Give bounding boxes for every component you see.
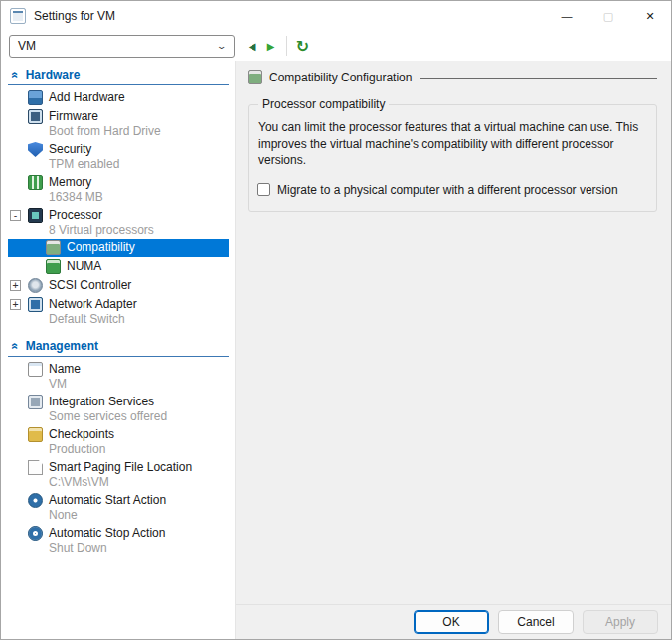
dialog-body: « Hardware Add Hardware Firmware Boot fr…: [1, 61, 671, 639]
processor-icon: [28, 208, 43, 223]
ok-button[interactable]: OK: [414, 610, 489, 634]
integration-services-icon: [28, 395, 43, 409]
maximize-button: ▢: [588, 1, 629, 31]
refresh-button[interactable]: ↻: [293, 35, 312, 57]
section-label: Hardware: [26, 68, 81, 81]
page-title: Compatibility Configuration: [269, 71, 412, 84]
stop-action-icon: [28, 526, 43, 541]
sidebar-item-compatibility[interactable]: Compatibility: [8, 239, 229, 257]
refresh-icon: ↻: [296, 37, 309, 56]
window-title: Settings for VM: [34, 9, 115, 23]
hyperv-settings-icon: [10, 8, 26, 24]
security-shield-icon: [28, 142, 43, 157]
cancel-button[interactable]: Cancel: [498, 610, 574, 634]
scsi-controller-icon: [28, 278, 43, 293]
toolbar-separator: [286, 36, 287, 56]
vm-selector-value: VM: [18, 39, 36, 53]
firmware-icon: [28, 109, 43, 124]
dialog-footer: OK Cancel Apply: [236, 604, 671, 639]
sidebar-item-name[interactable]: Name VM: [8, 360, 229, 393]
sidebar-item-firmware[interactable]: Firmware Boot from Hard Drive: [8, 107, 229, 140]
checkpoints-icon: [28, 427, 43, 442]
header-rule: [420, 78, 657, 79]
sidebar-tree: « Hardware Add Hardware Firmware Boot fr…: [1, 61, 235, 639]
minimize-button[interactable]: —: [546, 1, 588, 31]
navigate-back-button[interactable]: ◀: [243, 35, 261, 57]
network-adapter-icon: [28, 297, 43, 312]
vm-selector[interactable]: VM ⌄: [9, 35, 235, 58]
scsi-expand-expander[interactable]: +: [10, 280, 21, 291]
section-label: Management: [26, 339, 98, 353]
settings-window: Settings for VM — ▢ ✕ VM ⌄ ◀ ▶ ↻ « Hardw…: [0, 0, 672, 640]
network-expand-expander[interactable]: +: [10, 299, 21, 310]
memory-icon: [28, 175, 43, 190]
start-action-icon: [28, 493, 43, 508]
toolbar: VM ⌄ ◀ ▶ ↻: [1, 31, 671, 61]
sidebar-item-automatic-start-action[interactable]: Automatic Start Action None: [8, 491, 229, 524]
main-content: Compatibility Configuration Processor co…: [236, 61, 671, 604]
main-panel: Compatibility Configuration Processor co…: [235, 61, 671, 639]
titlebar: Settings for VM — ▢ ✕: [1, 1, 671, 31]
apply-button[interactable]: Apply: [583, 610, 658, 634]
description-text: You can limit the processor features tha…: [258, 119, 645, 169]
sidebar-section-hardware[interactable]: « Hardware: [8, 66, 229, 85]
window-controls: — ▢ ✕: [546, 1, 671, 31]
migrate-checkbox-row[interactable]: Migrate to a physical computer with a di…: [257, 183, 646, 197]
sidebar-item-memory[interactable]: Memory 16384 MB: [8, 173, 229, 206]
migrate-checkbox-label: Migrate to a physical computer with a di…: [277, 183, 618, 197]
back-arrow-icon: ◀: [249, 41, 256, 52]
collapse-section-icon: «: [8, 72, 22, 79]
name-icon: [28, 362, 43, 377]
sidebar-item-checkpoints[interactable]: Checkpoints Production: [8, 425, 229, 458]
chevron-down-icon: ⌄: [217, 41, 228, 51]
add-hardware-icon: [28, 90, 43, 105]
collapse-section-icon: «: [8, 343, 22, 350]
sidebar-item-automatic-stop-action[interactable]: Automatic Stop Action Shut Down: [8, 524, 229, 557]
sidebar-item-numa[interactable]: NUMA: [8, 257, 229, 276]
sidebar-item-add-hardware[interactable]: Add Hardware: [8, 88, 229, 107]
smart-paging-icon: [28, 460, 43, 475]
sidebar-item-security[interactable]: Security TPM enabled: [8, 140, 229, 173]
sidebar-item-scsi-controller[interactable]: + SCSI Controller: [8, 276, 229, 295]
sidebar-item-integration-services[interactable]: Integration Services Some services offer…: [8, 393, 229, 425]
page-title-row: Compatibility Configuration: [248, 70, 657, 84]
processor-compatibility-group: Processor compatibility You can limit th…: [248, 97, 657, 212]
forward-arrow-icon: ▶: [267, 41, 275, 52]
sidebar-item-network-adapter[interactable]: + Network Adapter Default Switch: [8, 295, 229, 328]
sidebar-section-management[interactable]: « Management: [8, 337, 229, 357]
numa-icon: [46, 259, 61, 274]
sidebar-item-processor[interactable]: - Processor 8 Virtual processors: [8, 206, 229, 239]
close-button[interactable]: ✕: [629, 1, 671, 31]
navigate-forward-button[interactable]: ▶: [261, 35, 280, 57]
migrate-checkbox[interactable]: [257, 183, 270, 196]
compatibility-page-icon: [248, 70, 262, 84]
sidebar-item-smart-paging-file-location[interactable]: Smart Paging File Location C:\VMs\VM: [8, 458, 229, 491]
compatibility-icon: [46, 240, 61, 255]
groupbox-title: Processor compatibility: [258, 97, 389, 111]
processor-collapse-expander[interactable]: -: [10, 210, 21, 221]
